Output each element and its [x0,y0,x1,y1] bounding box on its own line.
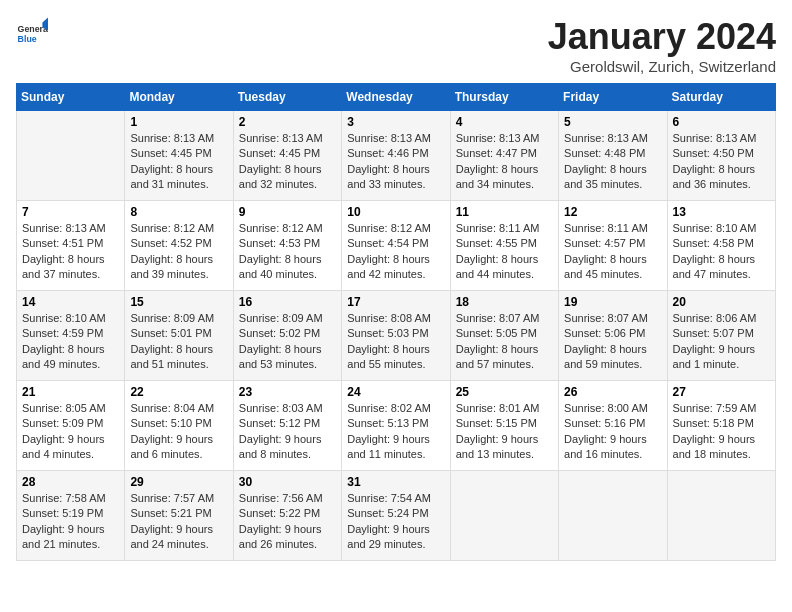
calendar-cell: 4Sunrise: 8:13 AM Sunset: 4:47 PM Daylig… [450,111,558,201]
calendar-cell: 7Sunrise: 8:13 AM Sunset: 4:51 PM Daylig… [17,201,125,291]
calendar-cell: 6Sunrise: 8:13 AM Sunset: 4:50 PM Daylig… [667,111,775,201]
day-info: Sunrise: 8:10 AM Sunset: 4:59 PM Dayligh… [22,311,119,373]
calendar-cell: 19Sunrise: 8:07 AM Sunset: 5:06 PM Dayli… [559,291,667,381]
title-block: January 2024 Geroldswil, Zurich, Switzer… [548,16,776,75]
calendar-cell: 2Sunrise: 8:13 AM Sunset: 4:45 PM Daylig… [233,111,341,201]
day-info: Sunrise: 8:12 AM Sunset: 4:52 PM Dayligh… [130,221,227,283]
weekday-header: Tuesday [233,84,341,111]
day-number: 12 [564,205,661,219]
calendar-cell: 25Sunrise: 8:01 AM Sunset: 5:15 PM Dayli… [450,381,558,471]
day-number: 6 [673,115,770,129]
calendar-header: SundayMondayTuesdayWednesdayThursdayFrid… [17,84,776,111]
day-number: 7 [22,205,119,219]
calendar-week-row: 14Sunrise: 8:10 AM Sunset: 4:59 PM Dayli… [17,291,776,381]
calendar-cell: 17Sunrise: 8:08 AM Sunset: 5:03 PM Dayli… [342,291,450,381]
day-info: Sunrise: 8:13 AM Sunset: 4:45 PM Dayligh… [239,131,336,193]
weekday-header: Friday [559,84,667,111]
day-info: Sunrise: 8:12 AM Sunset: 4:54 PM Dayligh… [347,221,444,283]
day-info: Sunrise: 8:10 AM Sunset: 4:58 PM Dayligh… [673,221,770,283]
calendar-cell: 27Sunrise: 7:59 AM Sunset: 5:18 PM Dayli… [667,381,775,471]
day-info: Sunrise: 8:13 AM Sunset: 4:47 PM Dayligh… [456,131,553,193]
calendar-cell: 18Sunrise: 8:07 AM Sunset: 5:05 PM Dayli… [450,291,558,381]
day-number: 24 [347,385,444,399]
calendar-cell: 29Sunrise: 7:57 AM Sunset: 5:21 PM Dayli… [125,471,233,561]
day-number: 26 [564,385,661,399]
day-number: 22 [130,385,227,399]
calendar-week-row: 21Sunrise: 8:05 AM Sunset: 5:09 PM Dayli… [17,381,776,471]
day-number: 1 [130,115,227,129]
calendar-cell: 14Sunrise: 8:10 AM Sunset: 4:59 PM Dayli… [17,291,125,381]
day-number: 8 [130,205,227,219]
calendar-cell: 13Sunrise: 8:10 AM Sunset: 4:58 PM Dayli… [667,201,775,291]
calendar-cell: 31Sunrise: 7:54 AM Sunset: 5:24 PM Dayli… [342,471,450,561]
calendar-cell: 16Sunrise: 8:09 AM Sunset: 5:02 PM Dayli… [233,291,341,381]
day-info: Sunrise: 8:09 AM Sunset: 5:01 PM Dayligh… [130,311,227,373]
logo: General Blue [16,16,52,48]
calendar-week-row: 28Sunrise: 7:58 AM Sunset: 5:19 PM Dayli… [17,471,776,561]
day-info: Sunrise: 8:08 AM Sunset: 5:03 PM Dayligh… [347,311,444,373]
calendar-cell: 21Sunrise: 8:05 AM Sunset: 5:09 PM Dayli… [17,381,125,471]
day-info: Sunrise: 7:59 AM Sunset: 5:18 PM Dayligh… [673,401,770,463]
day-info: Sunrise: 8:11 AM Sunset: 4:57 PM Dayligh… [564,221,661,283]
calendar-cell: 26Sunrise: 8:00 AM Sunset: 5:16 PM Dayli… [559,381,667,471]
day-number: 31 [347,475,444,489]
calendar-cell: 5Sunrise: 8:13 AM Sunset: 4:48 PM Daylig… [559,111,667,201]
day-info: Sunrise: 8:11 AM Sunset: 4:55 PM Dayligh… [456,221,553,283]
day-info: Sunrise: 7:57 AM Sunset: 5:21 PM Dayligh… [130,491,227,553]
day-info: Sunrise: 8:13 AM Sunset: 4:50 PM Dayligh… [673,131,770,193]
weekday-header: Monday [125,84,233,111]
calendar-cell: 24Sunrise: 8:02 AM Sunset: 5:13 PM Dayli… [342,381,450,471]
day-info: Sunrise: 8:04 AM Sunset: 5:10 PM Dayligh… [130,401,227,463]
day-number: 9 [239,205,336,219]
calendar-week-row: 7Sunrise: 8:13 AM Sunset: 4:51 PM Daylig… [17,201,776,291]
calendar-cell: 30Sunrise: 7:56 AM Sunset: 5:22 PM Dayli… [233,471,341,561]
calendar-cell: 10Sunrise: 8:12 AM Sunset: 4:54 PM Dayli… [342,201,450,291]
calendar-cell: 3Sunrise: 8:13 AM Sunset: 4:46 PM Daylig… [342,111,450,201]
day-number: 28 [22,475,119,489]
calendar-cell: 1Sunrise: 8:13 AM Sunset: 4:45 PM Daylig… [125,111,233,201]
day-number: 29 [130,475,227,489]
day-info: Sunrise: 8:02 AM Sunset: 5:13 PM Dayligh… [347,401,444,463]
day-info: Sunrise: 8:03 AM Sunset: 5:12 PM Dayligh… [239,401,336,463]
calendar-cell [667,471,775,561]
day-info: Sunrise: 7:54 AM Sunset: 5:24 PM Dayligh… [347,491,444,553]
page-header: General Blue January 2024 Geroldswil, Zu… [16,16,776,75]
day-number: 5 [564,115,661,129]
day-number: 13 [673,205,770,219]
day-number: 23 [239,385,336,399]
weekday-header: Saturday [667,84,775,111]
day-info: Sunrise: 8:06 AM Sunset: 5:07 PM Dayligh… [673,311,770,373]
day-info: Sunrise: 7:56 AM Sunset: 5:22 PM Dayligh… [239,491,336,553]
calendar-cell: 11Sunrise: 8:11 AM Sunset: 4:55 PM Dayli… [450,201,558,291]
day-info: Sunrise: 7:58 AM Sunset: 5:19 PM Dayligh… [22,491,119,553]
day-info: Sunrise: 8:13 AM Sunset: 4:45 PM Dayligh… [130,131,227,193]
day-info: Sunrise: 8:13 AM Sunset: 4:48 PM Dayligh… [564,131,661,193]
calendar-week-row: 1Sunrise: 8:13 AM Sunset: 4:45 PM Daylig… [17,111,776,201]
calendar-cell: 9Sunrise: 8:12 AM Sunset: 4:53 PM Daylig… [233,201,341,291]
day-number: 14 [22,295,119,309]
day-number: 4 [456,115,553,129]
calendar-cell: 23Sunrise: 8:03 AM Sunset: 5:12 PM Dayli… [233,381,341,471]
calendar-cell: 22Sunrise: 8:04 AM Sunset: 5:10 PM Dayli… [125,381,233,471]
day-info: Sunrise: 8:07 AM Sunset: 5:05 PM Dayligh… [456,311,553,373]
day-info: Sunrise: 8:13 AM Sunset: 4:46 PM Dayligh… [347,131,444,193]
calendar-table: SundayMondayTuesdayWednesdayThursdayFrid… [16,83,776,561]
calendar-cell: 20Sunrise: 8:06 AM Sunset: 5:07 PM Dayli… [667,291,775,381]
weekday-header: Thursday [450,84,558,111]
location-title: Geroldswil, Zurich, Switzerland [548,58,776,75]
day-number: 17 [347,295,444,309]
day-info: Sunrise: 8:00 AM Sunset: 5:16 PM Dayligh… [564,401,661,463]
day-number: 27 [673,385,770,399]
day-info: Sunrise: 8:13 AM Sunset: 4:51 PM Dayligh… [22,221,119,283]
day-info: Sunrise: 8:05 AM Sunset: 5:09 PM Dayligh… [22,401,119,463]
calendar-cell [559,471,667,561]
logo-icon: General Blue [16,16,48,48]
day-number: 20 [673,295,770,309]
day-number: 3 [347,115,444,129]
day-number: 10 [347,205,444,219]
day-info: Sunrise: 8:01 AM Sunset: 5:15 PM Dayligh… [456,401,553,463]
weekday-header: Sunday [17,84,125,111]
calendar-cell: 8Sunrise: 8:12 AM Sunset: 4:52 PM Daylig… [125,201,233,291]
day-number: 15 [130,295,227,309]
month-title: January 2024 [548,16,776,58]
